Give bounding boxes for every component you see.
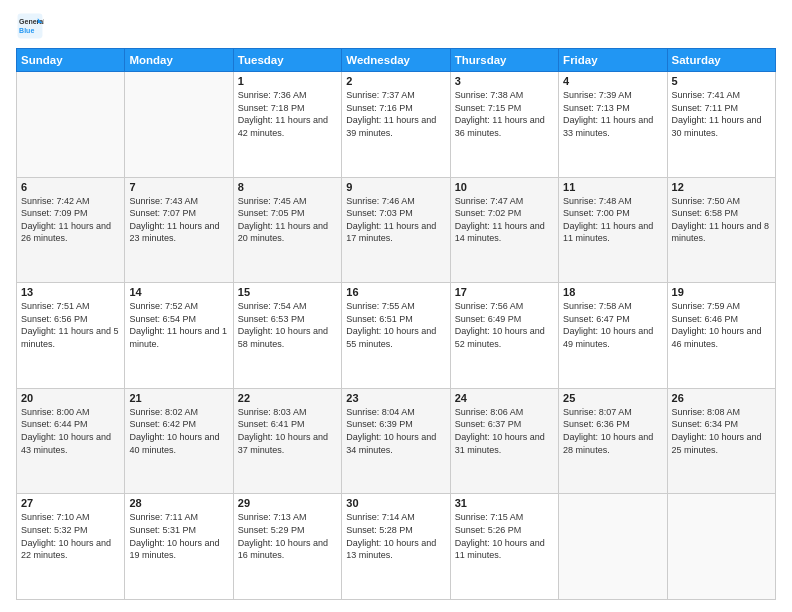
calendar-cell: 13Sunrise: 7:51 AM Sunset: 6:56 PM Dayli…	[17, 283, 125, 389]
day-info: Sunrise: 7:45 AM Sunset: 7:05 PM Dayligh…	[238, 195, 337, 245]
day-info: Sunrise: 7:56 AM Sunset: 6:49 PM Dayligh…	[455, 300, 554, 350]
day-info: Sunrise: 7:58 AM Sunset: 6:47 PM Dayligh…	[563, 300, 662, 350]
day-info: Sunrise: 7:38 AM Sunset: 7:15 PM Dayligh…	[455, 89, 554, 139]
day-number: 6	[21, 181, 120, 193]
day-number: 8	[238, 181, 337, 193]
day-info: Sunrise: 7:41 AM Sunset: 7:11 PM Dayligh…	[672, 89, 771, 139]
calendar-cell: 25Sunrise: 8:07 AM Sunset: 6:36 PM Dayli…	[559, 388, 667, 494]
calendar-cell: 4Sunrise: 7:39 AM Sunset: 7:13 PM Daylig…	[559, 72, 667, 178]
calendar-cell: 21Sunrise: 8:02 AM Sunset: 6:42 PM Dayli…	[125, 388, 233, 494]
calendar-cell: 9Sunrise: 7:46 AM Sunset: 7:03 PM Daylig…	[342, 177, 450, 283]
logo: General Blue	[16, 12, 48, 40]
calendar-cell	[559, 494, 667, 600]
col-header-tuesday: Tuesday	[233, 49, 341, 72]
day-info: Sunrise: 7:55 AM Sunset: 6:51 PM Dayligh…	[346, 300, 445, 350]
calendar-cell: 12Sunrise: 7:50 AM Sunset: 6:58 PM Dayli…	[667, 177, 775, 283]
col-header-saturday: Saturday	[667, 49, 775, 72]
day-number: 13	[21, 286, 120, 298]
day-number: 30	[346, 497, 445, 509]
calendar-week-4: 20Sunrise: 8:00 AM Sunset: 6:44 PM Dayli…	[17, 388, 776, 494]
day-number: 2	[346, 75, 445, 87]
col-header-wednesday: Wednesday	[342, 49, 450, 72]
svg-text:Blue: Blue	[19, 27, 34, 34]
day-info: Sunrise: 7:36 AM Sunset: 7:18 PM Dayligh…	[238, 89, 337, 139]
day-info: Sunrise: 8:04 AM Sunset: 6:39 PM Dayligh…	[346, 406, 445, 456]
day-info: Sunrise: 8:03 AM Sunset: 6:41 PM Dayligh…	[238, 406, 337, 456]
day-number: 3	[455, 75, 554, 87]
day-info: Sunrise: 7:50 AM Sunset: 6:58 PM Dayligh…	[672, 195, 771, 245]
col-header-friday: Friday	[559, 49, 667, 72]
day-number: 5	[672, 75, 771, 87]
day-number: 29	[238, 497, 337, 509]
page: General Blue SundayMondayTuesdayWednesda…	[0, 0, 792, 612]
calendar-cell	[17, 72, 125, 178]
day-number: 20	[21, 392, 120, 404]
header: General Blue	[16, 12, 776, 40]
day-info: Sunrise: 7:10 AM Sunset: 5:32 PM Dayligh…	[21, 511, 120, 561]
day-number: 1	[238, 75, 337, 87]
day-number: 16	[346, 286, 445, 298]
calendar-cell: 24Sunrise: 8:06 AM Sunset: 6:37 PM Dayli…	[450, 388, 558, 494]
day-number: 10	[455, 181, 554, 193]
calendar-cell: 3Sunrise: 7:38 AM Sunset: 7:15 PM Daylig…	[450, 72, 558, 178]
calendar-cell: 29Sunrise: 7:13 AM Sunset: 5:29 PM Dayli…	[233, 494, 341, 600]
day-info: Sunrise: 7:51 AM Sunset: 6:56 PM Dayligh…	[21, 300, 120, 350]
day-number: 12	[672, 181, 771, 193]
calendar-cell: 31Sunrise: 7:15 AM Sunset: 5:26 PM Dayli…	[450, 494, 558, 600]
calendar-header-row: SundayMondayTuesdayWednesdayThursdayFrid…	[17, 49, 776, 72]
calendar-cell: 7Sunrise: 7:43 AM Sunset: 7:07 PM Daylig…	[125, 177, 233, 283]
day-info: Sunrise: 7:54 AM Sunset: 6:53 PM Dayligh…	[238, 300, 337, 350]
calendar-week-2: 6Sunrise: 7:42 AM Sunset: 7:09 PM Daylig…	[17, 177, 776, 283]
logo-icon: General Blue	[16, 12, 44, 40]
calendar-cell: 14Sunrise: 7:52 AM Sunset: 6:54 PM Dayli…	[125, 283, 233, 389]
calendar-cell: 22Sunrise: 8:03 AM Sunset: 6:41 PM Dayli…	[233, 388, 341, 494]
day-info: Sunrise: 8:00 AM Sunset: 6:44 PM Dayligh…	[21, 406, 120, 456]
calendar-cell: 5Sunrise: 7:41 AM Sunset: 7:11 PM Daylig…	[667, 72, 775, 178]
svg-rect-0	[18, 14, 43, 39]
calendar-cell: 11Sunrise: 7:48 AM Sunset: 7:00 PM Dayli…	[559, 177, 667, 283]
day-info: Sunrise: 8:06 AM Sunset: 6:37 PM Dayligh…	[455, 406, 554, 456]
calendar-cell: 18Sunrise: 7:58 AM Sunset: 6:47 PM Dayli…	[559, 283, 667, 389]
day-number: 19	[672, 286, 771, 298]
day-info: Sunrise: 7:48 AM Sunset: 7:00 PM Dayligh…	[563, 195, 662, 245]
day-info: Sunrise: 8:07 AM Sunset: 6:36 PM Dayligh…	[563, 406, 662, 456]
day-info: Sunrise: 7:15 AM Sunset: 5:26 PM Dayligh…	[455, 511, 554, 561]
day-number: 4	[563, 75, 662, 87]
day-info: Sunrise: 7:14 AM Sunset: 5:28 PM Dayligh…	[346, 511, 445, 561]
calendar-cell	[667, 494, 775, 600]
day-info: Sunrise: 7:43 AM Sunset: 7:07 PM Dayligh…	[129, 195, 228, 245]
calendar-cell: 1Sunrise: 7:36 AM Sunset: 7:18 PM Daylig…	[233, 72, 341, 178]
day-info: Sunrise: 7:46 AM Sunset: 7:03 PM Dayligh…	[346, 195, 445, 245]
calendar-cell: 20Sunrise: 8:00 AM Sunset: 6:44 PM Dayli…	[17, 388, 125, 494]
day-info: Sunrise: 7:47 AM Sunset: 7:02 PM Dayligh…	[455, 195, 554, 245]
calendar-cell: 28Sunrise: 7:11 AM Sunset: 5:31 PM Dayli…	[125, 494, 233, 600]
day-info: Sunrise: 7:52 AM Sunset: 6:54 PM Dayligh…	[129, 300, 228, 350]
calendar-cell: 10Sunrise: 7:47 AM Sunset: 7:02 PM Dayli…	[450, 177, 558, 283]
col-header-monday: Monday	[125, 49, 233, 72]
day-number: 17	[455, 286, 554, 298]
day-number: 14	[129, 286, 228, 298]
day-number: 31	[455, 497, 554, 509]
day-info: Sunrise: 7:13 AM Sunset: 5:29 PM Dayligh…	[238, 511, 337, 561]
day-info: Sunrise: 8:02 AM Sunset: 6:42 PM Dayligh…	[129, 406, 228, 456]
calendar-cell: 8Sunrise: 7:45 AM Sunset: 7:05 PM Daylig…	[233, 177, 341, 283]
day-number: 15	[238, 286, 337, 298]
calendar-cell: 6Sunrise: 7:42 AM Sunset: 7:09 PM Daylig…	[17, 177, 125, 283]
calendar-cell: 15Sunrise: 7:54 AM Sunset: 6:53 PM Dayli…	[233, 283, 341, 389]
day-number: 28	[129, 497, 228, 509]
day-info: Sunrise: 7:37 AM Sunset: 7:16 PM Dayligh…	[346, 89, 445, 139]
day-number: 26	[672, 392, 771, 404]
calendar-cell: 17Sunrise: 7:56 AM Sunset: 6:49 PM Dayli…	[450, 283, 558, 389]
day-info: Sunrise: 7:11 AM Sunset: 5:31 PM Dayligh…	[129, 511, 228, 561]
day-number: 9	[346, 181, 445, 193]
calendar-cell: 26Sunrise: 8:08 AM Sunset: 6:34 PM Dayli…	[667, 388, 775, 494]
col-header-thursday: Thursday	[450, 49, 558, 72]
day-number: 27	[21, 497, 120, 509]
calendar-week-5: 27Sunrise: 7:10 AM Sunset: 5:32 PM Dayli…	[17, 494, 776, 600]
day-number: 7	[129, 181, 228, 193]
day-number: 23	[346, 392, 445, 404]
day-info: Sunrise: 7:42 AM Sunset: 7:09 PM Dayligh…	[21, 195, 120, 245]
col-header-sunday: Sunday	[17, 49, 125, 72]
calendar-cell: 30Sunrise: 7:14 AM Sunset: 5:28 PM Dayli…	[342, 494, 450, 600]
day-number: 11	[563, 181, 662, 193]
